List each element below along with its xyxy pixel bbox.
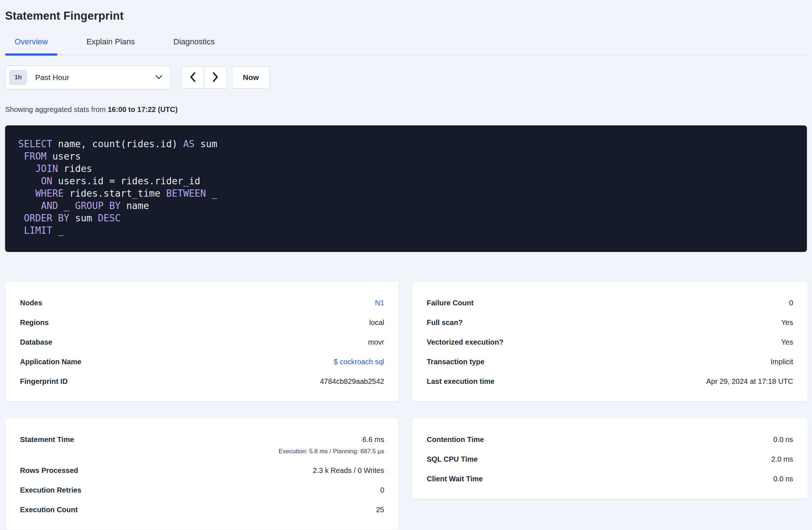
sql-line: LIMIT _ [18,224,794,237]
execution-count-label: Execution Count [20,505,78,514]
time-range-badge: 1h [9,70,27,85]
stat-row-contention-time: Contention Time0.0 ns [427,435,793,444]
full-scan-value: Yes [781,318,793,326]
tab-diagnostics[interactable]: Diagnostics [164,37,224,55]
stat-row-last-execution-time: Last execution timeApr 29, 2024 at 17:18… [427,377,793,386]
regions-label: Regions [20,318,49,327]
statement-fingerprint-page: Statement Fingerprint Overview Explain P… [0,0,812,530]
stat-row-transaction-type: Transaction typeImplicit [427,357,793,366]
sql-statement-code: SELECT name, count(rides.id) AS sum FROM… [18,138,794,237]
execution-retries-label: Execution Retries [20,485,81,495]
chevron-right-icon [212,72,219,84]
sql-line: ORDER BY sum DESC [18,212,794,224]
sql-cpu-time-label: SQL CPU Time [427,454,478,464]
tab-bar: Overview Explain Plans Diagnostics [5,37,807,55]
stat-row-rows-processed: Rows Processed2.3 k Reads / 0 Writes [20,466,384,475]
transaction-type-value: Implicit [771,358,793,366]
transaction-type-label: Transaction type [427,357,485,366]
tab-overview[interactable]: Overview [5,37,57,55]
aggregation-note: Showing aggregated stats from 16:00 to 1… [5,105,807,114]
stat-row-execution-count: Execution Count25 [20,505,384,514]
aggregation-note-prefix: Showing aggregated stats from [5,105,108,113]
application-name-label: Application Name [20,357,81,366]
last-execution-time-label: Last execution time [427,377,495,386]
overview-cards: NodesN1RegionslocalDatabasemovrApplicati… [5,281,807,530]
client-wait-time-label: Client Wait Time [427,474,483,483]
stat-row-client-wait-time: Client Wait Time0.0 ns [427,474,793,483]
tab-explain-plans[interactable]: Explain Plans [77,37,144,55]
stat-row-failure-count: Failure Count0 [427,298,793,308]
stat-row-sql-cpu-time: SQL CPU Time2.0 ms [427,454,793,464]
sql-line: JOIN rides [18,162,794,175]
stat-row-fingerprint-id: Fingerprint ID4784cb829aab2542 [20,377,384,386]
sql-line: SELECT name, count(rides.id) AS sum [18,138,794,150]
contention-time-label: Contention Time [427,435,484,444]
statement-time-sub-value: Execution: 5.8 ms / Planning: 687.5 μs [279,447,384,455]
nodes-value[interactable]: N1 [375,299,384,307]
regions-value: local [369,318,384,326]
stat-row-nodes: NodesN1 [20,298,384,308]
failure-count-label: Failure Count [427,298,474,308]
application-name-value[interactable]: $ cockroach sql [334,358,384,366]
rows-processed-value: 2.3 k Reads / 0 Writes [313,466,384,474]
stat-row-vectorized-execution: Vectorized execution?Yes [427,337,793,347]
stat-row-database: Databasemovr [20,337,384,347]
last-execution-time-value: Apr 29, 2024 at 17:18 UTC [706,377,793,385]
aggregation-note-range: 16:00 to 17:22 (UTC) [108,105,177,113]
failure-count-value: 0 [789,299,793,307]
card-timing-stats: Contention Time0.0 nsSQL CPU Time2.0 msC… [412,418,808,499]
sql-line: FROM users [18,150,794,162]
time-range-dropdown[interactable]: 1h Past Hour [5,65,171,89]
next-range-button[interactable] [204,67,227,88]
fingerprint-id-label: Fingerprint ID [20,377,68,386]
statement-time-value: 6.6 ms [362,435,384,443]
fingerprint-id-value: 4784cb829aab2542 [320,377,384,385]
stat-row-regions: Regionslocal [20,318,384,327]
nodes-label: Nodes [20,298,42,308]
stat-row-application-name: Application Name$ cockroach sql [20,357,384,366]
database-label: Database [20,337,52,347]
execution-count-value: 25 [376,506,384,514]
contention-time-value: 0.0 ns [773,435,793,443]
rows-processed-label: Rows Processed [20,466,78,475]
vectorized-execution-value: Yes [781,338,793,346]
card-statement-details: NodesN1RegionslocalDatabasemovrApplicati… [5,281,399,402]
time-toolbar: 1h Past Hour Now [5,65,807,89]
client-wait-time-value: 0.0 ns [773,475,793,483]
now-button[interactable]: Now [232,66,270,89]
sql-line: WHERE rides.start_time BETWEEN _ [18,187,794,200]
execution-retries-value: 0 [380,486,384,494]
sql-statement-box: SELECT name, count(rides.id) AS sum FROM… [5,125,807,252]
sql-line: ON users.id = rides.rider_id [18,175,794,187]
full-scan-label: Full scan? [427,318,463,327]
card-statement-stats: Statement Time6.6 msExecution: 5.8 ms / … [5,418,399,530]
previous-range-button[interactable] [181,67,204,88]
chevron-down-icon [155,74,162,81]
stat-row-full-scan: Full scan?Yes [427,318,793,327]
sql-line: AND _ GROUP BY name [18,200,794,212]
sql-cpu-time-value: 2.0 ms [771,455,793,463]
vectorized-execution-label: Vectorized execution? [427,337,503,347]
range-step-group [181,66,227,89]
time-range-label: Past Hour [35,73,69,82]
statement-time-label: Statement Time [20,435,74,444]
database-value: movr [368,338,384,346]
card-execution-attributes: Failure Count0Full scan?YesVectorized ex… [412,281,808,402]
chevron-left-icon [189,72,196,84]
page-title: Statement Fingerprint [5,9,807,23]
stat-row-execution-retries: Execution Retries0 [20,485,384,495]
stat-row-statement-time: Statement Time6.6 msExecution: 5.8 ms / … [20,435,384,455]
